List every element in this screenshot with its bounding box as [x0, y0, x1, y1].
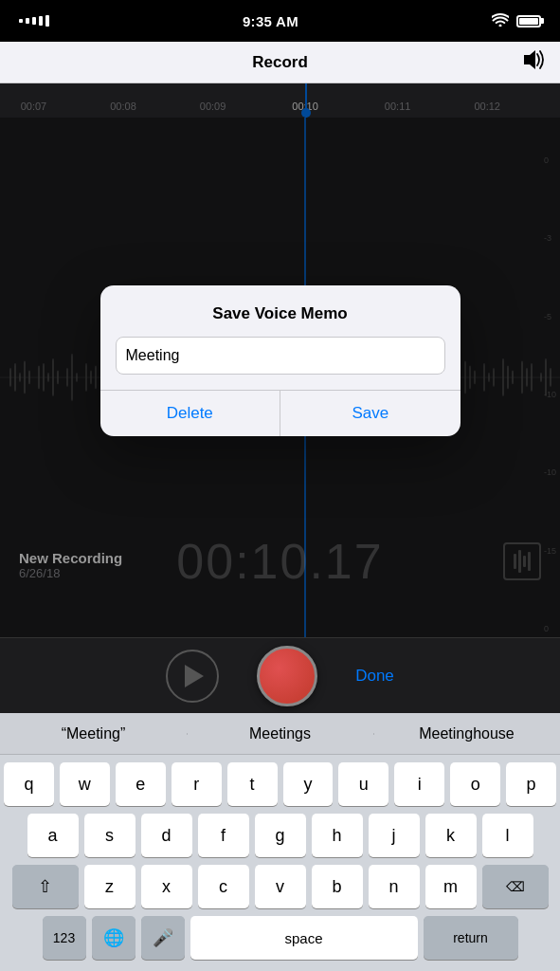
key-y[interactable]: y [283, 762, 334, 806]
key-v[interactable]: v [255, 865, 306, 908]
key-p[interactable]: p [506, 762, 556, 806]
key-g[interactable]: g [255, 814, 306, 857]
key-i[interactable]: i [394, 762, 444, 806]
key-row-4: 123 🌐 🎤 space return [4, 916, 556, 967]
key-l[interactable]: l [482, 814, 533, 857]
key-o[interactable]: o [450, 762, 500, 806]
page-title: Record [252, 53, 308, 72]
wifi-icon [492, 13, 509, 29]
key-d[interactable]: d [141, 814, 192, 857]
return-key[interactable]: return [424, 916, 518, 960]
key-x[interactable]: x [141, 865, 192, 908]
num-key[interactable]: 123 [43, 916, 86, 960]
status-right [492, 13, 541, 29]
globe-key[interactable]: 🌐 [92, 916, 135, 960]
key-u[interactable]: u [338, 762, 388, 806]
nav-bar: Record [0, 42, 560, 83]
key-w[interactable]: w [60, 762, 110, 806]
memo-name-input[interactable] [116, 337, 445, 375]
svg-marker-0 [524, 50, 535, 69]
backspace-key[interactable]: ⌫ [482, 865, 549, 908]
signal-bar-2 [26, 18, 29, 24]
key-row-2: a s d f g h j k l [4, 814, 556, 857]
signal-bar-3 [32, 17, 36, 25]
waveform-area: 00:07 00:08 00:09 00:10 00:11 00:12 [0, 83, 560, 637]
save-button[interactable]: Save [280, 391, 461, 436]
key-s[interactable]: s [84, 814, 135, 857]
play-button[interactable] [166, 650, 219, 703]
key-b[interactable]: b [312, 865, 363, 908]
controls-bar: Done [0, 637, 560, 713]
key-r[interactable]: r [172, 762, 222, 806]
autocomplete-meetinghouse[interactable]: Meetinghouse [373, 725, 560, 742]
key-a[interactable]: a [27, 814, 79, 857]
record-button[interactable] [257, 646, 317, 706]
signal-bar-5 [45, 15, 49, 27]
key-f[interactable]: f [198, 814, 249, 857]
signal-bar-4 [39, 16, 43, 26]
key-z[interactable]: z [84, 865, 135, 908]
done-button[interactable]: Done [355, 667, 394, 686]
status-bar: 9:35 AM [0, 0, 560, 42]
autocomplete-meeting-quoted[interactable]: “Meeting” [0, 725, 187, 742]
key-t[interactable]: t [227, 762, 278, 806]
dialog-input-wrap [100, 337, 461, 390]
speaker-icon[interactable] [520, 49, 545, 76]
key-k[interactable]: k [425, 814, 477, 857]
key-row-3: ⇧ z x c v b n m ⌫ [4, 865, 556, 908]
shift-key[interactable]: ⇧ [12, 865, 79, 908]
key-row-1: q w e r t y u i o p [4, 762, 556, 806]
key-q[interactable]: q [4, 762, 54, 806]
key-n[interactable]: n [369, 865, 420, 908]
autocomplete-meetings[interactable]: Meetings [187, 725, 373, 742]
autocomplete-bar: “Meeting” Meetings Meetinghouse [0, 713, 560, 755]
dialog-buttons: Delete Save [100, 390, 461, 436]
delete-button[interactable]: Delete [100, 391, 281, 436]
dialog-overlay: Save Voice Memo Delete Save [0, 83, 560, 637]
status-time: 9:35 AM [243, 13, 298, 29]
key-h[interactable]: h [312, 814, 363, 857]
key-c[interactable]: c [198, 865, 249, 908]
play-icon [185, 665, 204, 687]
dialog-title: Save Voice Memo [100, 285, 461, 337]
key-e[interactable]: e [116, 762, 166, 806]
battery-icon [516, 15, 541, 27]
keyboard-rows: q w e r t y u i o p a s d f g h j k l ⇧ … [0, 755, 560, 971]
space-key[interactable]: space [190, 916, 418, 960]
key-j[interactable]: j [369, 814, 420, 857]
signal-area [19, 15, 49, 27]
key-m[interactable]: m [425, 865, 477, 908]
signal-bar-1 [19, 19, 23, 23]
mic-key[interactable]: 🎤 [141, 916, 185, 960]
battery-fill [519, 18, 538, 25]
keyboard-area: “Meeting” Meetings Meetinghouse q w e r … [0, 713, 560, 971]
save-voice-memo-dialog: Save Voice Memo Delete Save [100, 285, 461, 436]
